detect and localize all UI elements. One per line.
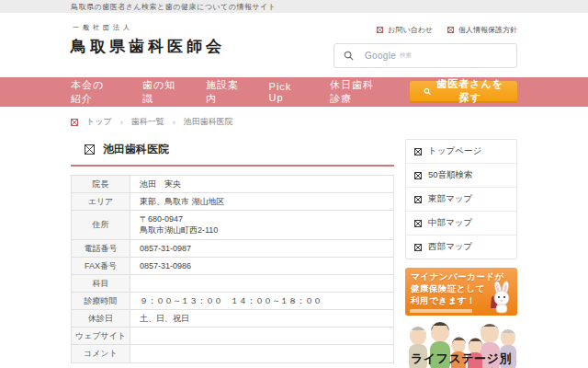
- main-content: 池田歯科医院 院長 池田 実央 エリア 東部、鳥取市 湖山地区 住所: [0, 128, 588, 368]
- find-dentist-button[interactable]: 歯医者さんを探す: [410, 81, 517, 103]
- row-label: 電話番号: [72, 239, 130, 257]
- clinic-name: 池田歯科医院: [103, 142, 169, 157]
- sidebar-item-label: トップページ: [428, 145, 481, 157]
- breadcrumb-separator: ›: [173, 118, 175, 127]
- find-dentist-button-label: 歯医者さんを探す: [436, 77, 503, 105]
- broken-image-icon: [414, 148, 422, 155]
- sidebar-menu: トップページ 50音順検索 東部マップ 中部マップ 西部マップ: [405, 139, 517, 259]
- sidebar: トップページ 50音順検索 東部マップ 中部マップ 西部マップ: [405, 139, 517, 368]
- org-type-label: 一般社団法人: [73, 23, 225, 32]
- site-logo[interactable]: 一般社団法人 鳥取県歯科医師会: [71, 23, 225, 57]
- search-icon: [424, 86, 431, 97]
- row-value: 0857-31-0986: [130, 257, 394, 274]
- privacy-policy-link[interactable]: 個人情報保護方針: [447, 25, 517, 35]
- breadcrumb-top[interactable]: トップ: [86, 116, 112, 128]
- search-icon: [344, 51, 354, 61]
- header: 一般社団法人 鳥取県歯科医師会 お問い合わせ 個人情報保護方針 Googl: [0, 13, 588, 77]
- sidebar-item-label: 東部マップ: [428, 193, 472, 205]
- address-line: 鳥取市湖山町西2-110: [140, 224, 384, 236]
- table-row: 診療時間 ９：００～１３：００ １４：００～１８：００: [72, 292, 394, 309]
- table-row: ウェブサイト: [72, 328, 394, 345]
- row-label: ウェブサイト: [72, 328, 130, 345]
- table-row: FAX番号 0857-31-0986: [72, 257, 394, 274]
- site-tagline-bar: 鳥取県の歯医者さん検索と歯の健康についての情報サイト: [0, 0, 588, 13]
- postal-code: 〒680-0947: [140, 214, 183, 224]
- home-icon: [71, 119, 78, 126]
- table-row: コメント: [72, 345, 394, 362]
- banner-text-line: ライフステージ別: [405, 351, 517, 367]
- table-row: 電話番号 0857-31-0987: [72, 239, 394, 257]
- row-label: FAX番号: [72, 257, 130, 274]
- breadcrumb-current: 池田歯科医院: [184, 116, 233, 128]
- banner-fine-print: [410, 309, 472, 313]
- sidebar-item-west-map[interactable]: 西部マップ: [406, 236, 516, 259]
- clinic-detail-table: 院長 池田 実央 エリア 東部、鳥取市 湖山地区 住所 〒680-0947 鳥取…: [71, 175, 394, 363]
- site-title: 鳥取県歯科医師会: [71, 36, 225, 57]
- sidebar-item-central-map[interactable]: 中部マップ: [406, 212, 516, 236]
- row-value: ９：００～１３：００ １４：００～１８：００: [130, 292, 394, 309]
- row-label: エリア: [72, 193, 130, 211]
- nav-item-pickup[interactable]: Pick Up: [269, 81, 300, 103]
- mynumber-card-banner[interactable]: マイナンバーカードが 健康保険証として 利用できます！: [405, 268, 517, 316]
- lifestage-course-banner[interactable]: ライフステージ別 歯科保健講座: [405, 322, 517, 368]
- row-label: 住所: [72, 211, 130, 239]
- row-value: 土、日、祝日: [130, 310, 394, 328]
- row-label: 院長: [72, 176, 130, 193]
- nav-item-about[interactable]: 本会の紹介: [71, 78, 113, 106]
- contact-link-label: お問い合わせ: [388, 25, 433, 35]
- broken-image-icon: [414, 244, 422, 251]
- table-row: 院長 池田 実央: [72, 176, 394, 193]
- row-value: 0857-31-0987: [130, 239, 394, 257]
- nav-item-facilities[interactable]: 施設案内: [206, 78, 240, 106]
- nav-item-tooth-knowledge[interactable]: 歯の知識: [142, 78, 176, 106]
- row-label: 診療時間: [72, 292, 130, 309]
- row-value: [130, 345, 394, 362]
- broken-image-icon: [447, 27, 454, 33]
- sidebar-item-label: 中部マップ: [428, 217, 472, 229]
- row-value: 池田 実央: [130, 176, 394, 193]
- row-value: [130, 328, 394, 345]
- main-nav: 本会の紹介 歯の知識 施設案内 Pick Up 休日歯科診療 歯医者さんを探す: [0, 77, 588, 107]
- row-label: 休診日: [72, 310, 130, 328]
- table-row: 住所 〒680-0947 鳥取市湖山町西2-110: [72, 211, 394, 239]
- clinic-heading: 池田歯科医院: [71, 139, 394, 167]
- contact-link[interactable]: お問い合わせ: [377, 25, 433, 35]
- broken-image-icon: [377, 27, 383, 33]
- sidebar-item-east-map[interactable]: 東部マップ: [406, 188, 516, 212]
- sidebar-item-aiueo-search[interactable]: 50音順検索: [406, 164, 516, 188]
- breadcrumb: トップ › 歯科一覧 › 池田歯科医院: [60, 107, 528, 128]
- broken-image-icon: [414, 196, 422, 203]
- row-value: 〒680-0947 鳥取市湖山町西2-110: [130, 211, 394, 239]
- google-search-input[interactable]: Google 検索: [334, 43, 517, 68]
- privacy-policy-label: 個人情報保護方針: [458, 25, 517, 35]
- table-row: エリア 東部、鳥取市 湖山地区: [72, 193, 394, 211]
- sidebar-item-label: 西部マップ: [428, 241, 472, 253]
- google-watermark: Google: [365, 51, 396, 61]
- google-watermark-suffix: 検索: [400, 52, 412, 60]
- breadcrumb-clinic-list[interactable]: 歯科一覧: [131, 116, 164, 128]
- breadcrumb-separator: ›: [120, 118, 123, 127]
- sidebar-item-top-page[interactable]: トップページ: [406, 140, 516, 164]
- row-label: コメント: [72, 345, 130, 362]
- table-row: 休診日 土、日、祝日: [72, 310, 394, 328]
- broken-image-icon: [414, 220, 422, 227]
- row-value: 東部、鳥取市 湖山地区: [130, 193, 394, 211]
- table-row: 科目: [72, 274, 394, 292]
- sidebar-item-label: 50音順検索: [428, 169, 473, 181]
- mynumber-rabbit-mascot-icon: [489, 281, 514, 314]
- site-tagline: 鳥取県の歯医者さん検索と歯の健康についての情報サイト: [71, 2, 276, 12]
- broken-image-icon: [85, 144, 95, 155]
- row-label: 科目: [72, 274, 130, 292]
- row-value: [130, 274, 394, 292]
- utility-links: お問い合わせ 個人情報保護方針: [377, 25, 517, 35]
- broken-image-icon: [414, 172, 422, 179]
- nav-item-holiday-care[interactable]: 休日歯科診療: [330, 78, 380, 106]
